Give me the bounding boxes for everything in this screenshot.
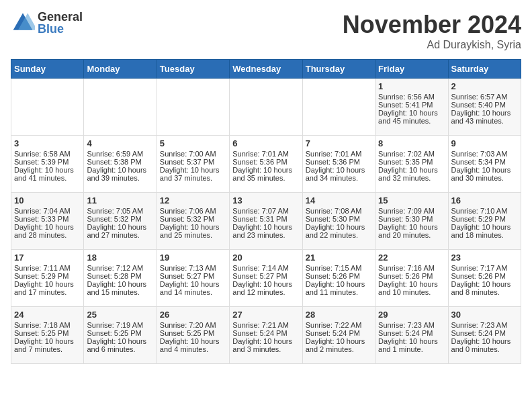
day-info: Sunset: 5:24 PM <box>232 329 299 337</box>
day-info: Daylight: 10 hours <box>451 223 518 231</box>
day-number: 3 <box>14 138 81 148</box>
day-info: and 20 minutes. <box>378 231 445 239</box>
calendar-cell: 13Sunrise: 7:07 AMSunset: 5:31 PMDayligh… <box>230 193 302 250</box>
day-info: and 8 minutes. <box>451 288 518 296</box>
day-info: and 35 minutes. <box>232 174 299 182</box>
calendar-week-2: 3Sunrise: 6:58 AMSunset: 5:39 PMDaylight… <box>11 136 521 193</box>
day-info: Sunset: 5:33 PM <box>14 215 81 223</box>
day-info: Sunset: 5:29 PM <box>451 215 518 223</box>
day-info: Sunset: 5:28 PM <box>87 272 153 280</box>
day-info: Daylight: 10 hours <box>232 166 299 174</box>
calendar-cell: 26Sunrise: 7:20 AMSunset: 5:25 PMDayligh… <box>157 307 229 364</box>
day-info: Sunrise: 7:21 AM <box>232 321 299 329</box>
day-number: 2 <box>451 81 518 91</box>
calendar-cell: 4Sunrise: 6:59 AMSunset: 5:38 PMDaylight… <box>84 136 157 193</box>
day-info: Sunrise: 7:01 AM <box>232 150 299 158</box>
day-info: Daylight: 10 hours <box>160 223 226 231</box>
day-info: Daylight: 10 hours <box>14 280 81 288</box>
day-info: Sunset: 5:25 PM <box>14 329 81 337</box>
day-info: Daylight: 10 hours <box>160 337 226 345</box>
logo-icon <box>11 11 35 35</box>
day-number: 19 <box>160 253 226 263</box>
day-number: 12 <box>160 195 226 205</box>
day-info: Sunrise: 7:23 AM <box>451 321 518 329</box>
day-info: Sunset: 5:29 PM <box>14 272 81 280</box>
calendar-cell: 12Sunrise: 7:06 AMSunset: 5:32 PMDayligh… <box>157 193 229 250</box>
day-number: 20 <box>232 253 299 263</box>
logo-blue: Blue <box>38 23 83 35</box>
day-info: and 45 minutes. <box>378 117 445 125</box>
day-info: Sunrise: 7:01 AM <box>306 150 372 158</box>
day-info: and 17 minutes. <box>14 288 81 296</box>
day-info: and 37 minutes. <box>160 174 226 182</box>
day-info: Daylight: 10 hours <box>87 280 153 288</box>
day-info: Daylight: 10 hours <box>451 337 518 345</box>
header-row: Sunday Monday Tuesday Wednesday Thursday… <box>11 60 521 79</box>
day-info: Sunset: 5:34 PM <box>451 158 518 166</box>
day-info: Sunrise: 7:10 AM <box>451 207 518 215</box>
day-info: Sunrise: 7:02 AM <box>378 150 445 158</box>
day-info: Sunset: 5:40 PM <box>451 101 518 109</box>
day-info: and 39 minutes. <box>87 174 153 182</box>
logo-general: General <box>38 11 83 23</box>
day-info: Sunset: 5:41 PM <box>378 101 445 109</box>
col-saturday: Saturday <box>448 60 521 79</box>
day-info: Daylight: 10 hours <box>232 280 299 288</box>
calendar-cell: 15Sunrise: 7:09 AMSunset: 5:30 PMDayligh… <box>375 193 448 250</box>
logo: General Blue <box>11 11 83 35</box>
day-info: Sunrise: 6:58 AM <box>14 150 81 158</box>
day-info: Sunset: 5:31 PM <box>232 215 299 223</box>
day-number: 18 <box>87 253 153 263</box>
day-info: Sunset: 5:37 PM <box>160 158 226 166</box>
calendar-cell: 27Sunrise: 7:21 AMSunset: 5:24 PMDayligh… <box>230 307 302 364</box>
day-info: and 25 minutes. <box>160 231 226 239</box>
day-number: 7 <box>306 138 372 148</box>
day-info: Sunrise: 7:11 AM <box>14 264 81 272</box>
day-info: and 34 minutes. <box>306 174 372 182</box>
calendar-cell: 17Sunrise: 7:11 AMSunset: 5:29 PMDayligh… <box>11 250 84 307</box>
col-sunday: Sunday <box>11 60 84 79</box>
day-number: 1 <box>378 81 445 91</box>
day-info: and 10 minutes. <box>378 288 445 296</box>
day-info: and 12 minutes. <box>232 288 299 296</box>
day-info: Sunrise: 7:13 AM <box>160 264 226 272</box>
day-info: and 14 minutes. <box>160 288 226 296</box>
calendar-week-1: 1Sunrise: 6:56 AMSunset: 5:41 PMDaylight… <box>11 79 521 136</box>
day-info: Sunrise: 7:23 AM <box>378 321 445 329</box>
day-number: 14 <box>306 195 372 205</box>
calendar-cell: 22Sunrise: 7:16 AMSunset: 5:26 PMDayligh… <box>375 250 448 307</box>
day-number: 29 <box>378 310 445 320</box>
day-info: Sunset: 5:27 PM <box>232 272 299 280</box>
day-info: Sunset: 5:32 PM <box>160 215 226 223</box>
day-info: Daylight: 10 hours <box>232 223 299 231</box>
day-info: Daylight: 10 hours <box>14 166 81 174</box>
day-info: Sunrise: 7:09 AM <box>378 207 445 215</box>
day-info: and 3 minutes. <box>232 345 299 353</box>
day-info: Sunset: 5:24 PM <box>451 329 518 337</box>
day-info: and 4 minutes. <box>160 345 226 353</box>
day-info: Daylight: 10 hours <box>87 223 153 231</box>
calendar-cell: 23Sunrise: 7:17 AMSunset: 5:26 PMDayligh… <box>448 250 521 307</box>
day-info: Sunrise: 7:14 AM <box>232 264 299 272</box>
day-info: Sunset: 5:25 PM <box>160 329 226 337</box>
calendar-cell: 20Sunrise: 7:14 AMSunset: 5:27 PMDayligh… <box>230 250 302 307</box>
calendar-week-3: 10Sunrise: 7:04 AMSunset: 5:33 PMDayligh… <box>11 193 521 250</box>
day-info: Sunset: 5:30 PM <box>306 215 372 223</box>
day-number: 30 <box>451 310 518 320</box>
day-info: Sunrise: 7:06 AM <box>160 207 226 215</box>
day-info: Sunset: 5:30 PM <box>378 215 445 223</box>
day-info: Daylight: 10 hours <box>378 223 445 231</box>
day-number: 4 <box>87 138 153 148</box>
day-info: Daylight: 10 hours <box>378 109 445 117</box>
day-info: Sunrise: 6:56 AM <box>378 93 445 101</box>
col-tuesday: Tuesday <box>157 60 229 79</box>
calendar-cell: 25Sunrise: 7:19 AMSunset: 5:25 PMDayligh… <box>84 307 157 364</box>
calendar-cell: 10Sunrise: 7:04 AMSunset: 5:33 PMDayligh… <box>11 193 84 250</box>
page-header: General Blue November 2024 Ad Duraykish,… <box>11 11 521 51</box>
day-number: 6 <box>232 138 299 148</box>
day-info: Sunset: 5:35 PM <box>378 158 445 166</box>
day-info: Daylight: 10 hours <box>87 337 153 345</box>
day-info: and 23 minutes. <box>232 231 299 239</box>
day-info: Sunrise: 7:16 AM <box>378 264 445 272</box>
day-number: 10 <box>14 195 81 205</box>
